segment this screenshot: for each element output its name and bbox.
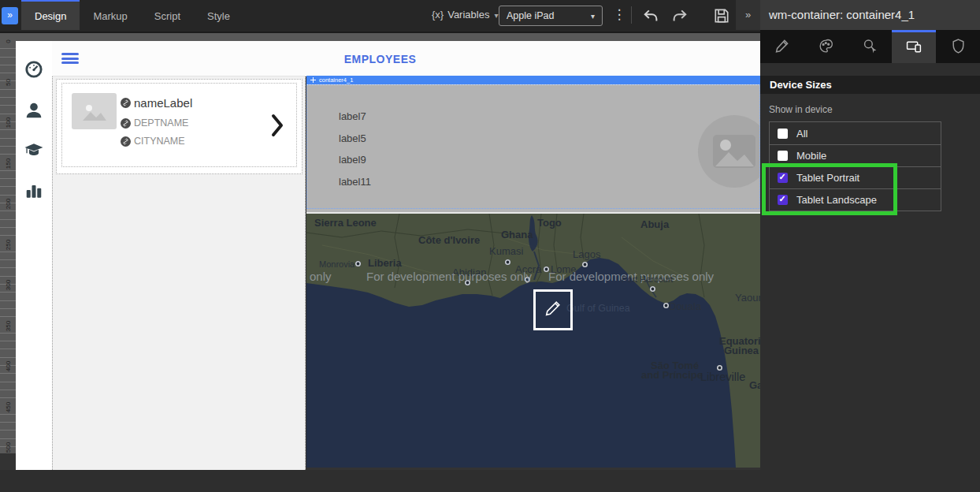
map-marker-icon	[505, 259, 510, 265]
inspector-tabs	[760, 30, 980, 63]
tab-inspect[interactable]	[848, 30, 893, 63]
redo-button[interactable]	[671, 7, 689, 24]
map-label: Port Harcourt	[622, 274, 673, 284]
ruler-number: 50	[5, 74, 12, 90]
more-options-icon[interactable]: ⋮	[611, 5, 627, 25]
bind-icon	[121, 98, 131, 108]
list-widget[interactable]: nameLabel DEPTNAME CITYNAME	[56, 79, 303, 174]
ruler-number: 100	[5, 115, 12, 131]
move-icon	[310, 77, 316, 83]
bind-icon	[121, 136, 131, 147]
ruler-number: 0	[5, 34, 12, 50]
ruler-number: 400	[5, 359, 12, 375]
map-label: Sierra Leone	[314, 217, 377, 229]
map-label: For development purposes only	[366, 270, 532, 283]
map-label: Guinea	[724, 345, 759, 356]
toolbar-divider	[631, 6, 632, 24]
map-label: Côte d'Ivoire	[418, 234, 480, 246]
checkbox[interactable]	[778, 151, 788, 161]
editor-tab-style[interactable]: Style	[194, 0, 243, 30]
show-in-device-label: Show in device	[769, 104, 833, 115]
editor-tabs: DesignMarkupScriptStyle	[21, 0, 243, 30]
app-header: EMPLOYEES	[52, 41, 760, 76]
chevron-right-icon	[271, 114, 284, 137]
map-marker-icon	[355, 261, 361, 266]
tab-device-sizes[interactable]	[892, 30, 936, 63]
device-row-label: All	[796, 128, 807, 140]
variables-menu[interactable]: {x}Variables▾	[432, 0, 498, 30]
container-label[interactable]: label5	[339, 132, 366, 144]
map-label: Kumasi	[489, 245, 523, 257]
map-marker-icon	[663, 303, 669, 308]
top-toolbar: » DesignMarkupScriptStyle {x}Variables▾ …	[0, 0, 760, 32]
vertical-ruler: 050100150200250300350400450500	[0, 41, 16, 453]
dept-label: DEPTNAME	[134, 117, 188, 129]
map-label: Libreville	[700, 371, 745, 383]
list-row-city[interactable]: CITYNAME	[121, 136, 185, 147]
map-marker-icon	[650, 286, 655, 292]
map-label: only	[310, 270, 332, 283]
list-widget-column: nameLabel DEPTNAME CITYNAME	[52, 76, 306, 470]
variables-icon: {x}	[432, 9, 444, 20]
map-widget[interactable]: Sierra LeoneCôte d'IvoireGhanaTogoAbujaL…	[306, 214, 760, 468]
user-icon[interactable]	[24, 101, 43, 120]
device-select-value: Apple iPad	[507, 10, 554, 21]
device-row[interactable]: All	[770, 122, 941, 144]
save-button[interactable]	[713, 7, 730, 24]
ruler-number: 150	[5, 155, 12, 171]
tab-styles[interactable]	[804, 30, 848, 63]
map-marker-icon	[582, 262, 588, 267]
map-label: Lagos	[573, 248, 600, 260]
devices-icon	[906, 38, 922, 58]
map-marker-icon	[717, 365, 722, 371]
city-label: CITYNAME	[134, 136, 185, 147]
collapse-panel-icon[interactable]: »	[736, 0, 760, 30]
map-label: Gulf of Guinea	[566, 303, 630, 314]
pencil-icon	[544, 299, 562, 321]
device-preview-select[interactable]: Apple iPad ▾	[499, 6, 603, 26]
map-label: Douala	[669, 300, 701, 312]
container-label[interactable]: label11	[339, 176, 371, 188]
tab-properties[interactable]	[760, 30, 804, 63]
undo-button[interactable]	[642, 7, 659, 24]
page-title: EMPLOYEES	[52, 53, 708, 65]
list-row-dept[interactable]: DEPTNAME	[121, 117, 188, 129]
bind-icon	[121, 118, 131, 129]
dashboard-icon[interactable]	[24, 60, 43, 79]
chart-icon[interactable]	[24, 181, 43, 200]
app-nav-sidebar	[16, 41, 52, 470]
list-row-name[interactable]: nameLabel	[121, 96, 192, 110]
education-icon[interactable]	[24, 140, 43, 159]
device-row[interactable]: Tablet Portrait	[770, 166, 941, 188]
map-labels-layer: Sierra LeoneCôte d'IvoireGhanaTogoAbujaL…	[306, 214, 760, 468]
selection-widget-tag: container4_1	[319, 76, 353, 84]
design-canvas: 050100150200250300350400450500 EMPLOYEES	[0, 32, 760, 470]
device-row[interactable]: Mobile	[770, 144, 941, 166]
map-label: Gabon	[749, 379, 760, 391]
ruler-number: 500	[5, 440, 12, 456]
map-label: Ghana	[501, 229, 533, 240]
chevron-down-icon: ▾	[494, 11, 498, 20]
container-label[interactable]: label7	[339, 110, 366, 122]
tab-security[interactable]	[936, 30, 980, 63]
editor-tab-design[interactable]: Design	[21, 0, 80, 30]
variables-label: Variables	[447, 9, 489, 20]
device-row-label: Tablet Landscape	[796, 194, 877, 206]
checkbox[interactable]	[778, 195, 788, 205]
device-row[interactable]: Tablet Landscape	[770, 188, 941, 211]
editor-tab-markup[interactable]: Markup	[80, 0, 140, 30]
expand-panel-icon[interactable]: »	[2, 7, 18, 24]
container-label[interactable]: label9	[339, 154, 366, 166]
checkbox[interactable]	[778, 173, 788, 183]
list-item[interactable]: nameLabel DEPTNAME CITYNAME	[61, 83, 297, 167]
selection-bar[interactable]: container4_1	[306, 76, 760, 84]
ruler-number: 200	[5, 196, 12, 212]
selected-container[interactable]: label7label5label9label11	[306, 84, 760, 209]
chevron-down-icon: ▾	[591, 7, 595, 26]
editor-tab-script[interactable]: Script	[141, 0, 194, 30]
ruler-number: 350	[5, 318, 12, 334]
device-sizes-section-title: Device Sizes	[760, 76, 980, 94]
map-edit-button[interactable]	[533, 289, 573, 330]
checkbox[interactable]	[778, 129, 788, 139]
image-placeholder-icon	[72, 93, 117, 129]
